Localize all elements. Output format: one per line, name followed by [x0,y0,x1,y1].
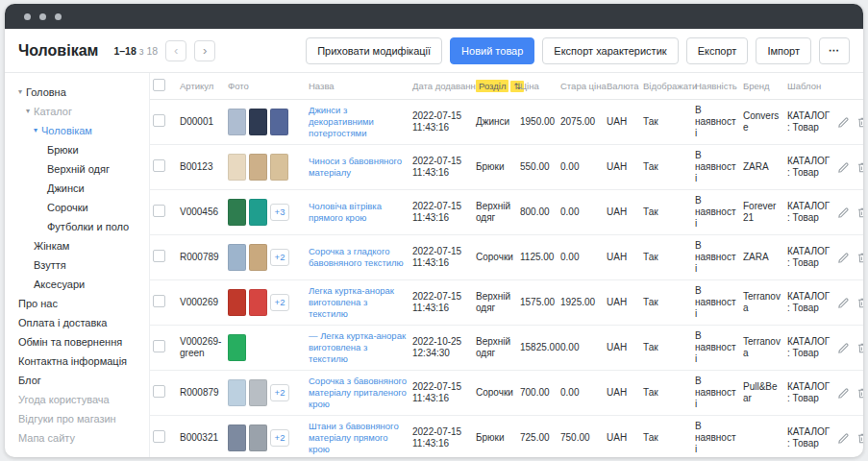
product-sku: V000269 [177,280,225,326]
product-section: Брюки [473,416,517,458]
sidebar-item[interactable]: ▾Головна [18,83,145,102]
col-header-display[interactable]: Відображати [640,73,692,100]
sidebar-item[interactable]: Взуття [18,255,145,275]
page-title: Чоловікам [18,42,98,60]
product-section: Верхній одяг [473,190,517,235]
row-checkbox[interactable] [153,250,165,262]
product-thumbnail [249,109,267,135]
edit-icon[interactable] [837,432,850,445]
section-header-label[interactable]: Розділ [476,80,508,92]
pagination-range: 1–18 [113,45,136,57]
sidebar-item[interactable]: Контактна інформація [18,352,145,371]
edit-icon[interactable] [837,116,850,129]
edit-icon[interactable] [837,342,850,354]
chevron-down-icon[interactable]: ▾ [26,102,30,121]
more-actions-button[interactable]: ⋯ [819,37,850,64]
product-photos-cell: +2 [225,235,306,280]
row-checkbox[interactable] [153,385,165,398]
delete-icon[interactable] [856,206,863,219]
product-section: Верхній одяг [473,326,517,371]
col-header-availability[interactable]: Наявність [692,73,740,100]
product-thumbnail [249,154,267,181]
delete-icon[interactable] [856,161,863,174]
sidebar-item[interactable]: Аксесуари [18,275,145,294]
pagination-prev-button[interactable]: ‹ [165,40,186,61]
sidebar-item[interactable]: Мапа сайту [18,428,145,448]
delete-icon[interactable] [856,387,863,400]
product-name-link[interactable]: Легка куртка-анорак виготовлена з тексти… [309,285,394,319]
col-header-old-price[interactable]: Стара ціна [558,73,604,100]
row-checkbox[interactable] [153,205,165,217]
photo-strip: +3 [228,199,303,226]
product-display-flag: Так [640,371,692,416]
date-value: 2022-07-15 [412,246,470,257]
sidebar-item[interactable]: Жінкам [18,236,145,255]
product-name-link[interactable]: Штани з бавовняного матеріалу прямого кр… [309,421,399,454]
row-checkbox-cell [150,280,177,326]
new-product-button[interactable]: Новий товар [450,37,534,64]
delete-icon[interactable] [856,342,863,354]
col-header-currency[interactable]: Валюта [604,73,640,100]
delete-icon[interactable] [856,252,863,264]
edit-icon[interactable] [837,387,850,400]
row-checkbox[interactable] [153,295,165,307]
sidebar-item[interactable]: Джинси [18,179,145,198]
time-value: 11:43:16 [412,303,470,314]
edit-icon[interactable] [837,206,850,219]
product-name-link[interactable]: Чиноси з бавовняного матеріалу [309,156,402,178]
sidebar-item[interactable]: Сорочки [18,198,145,217]
time-value: 11:43:16 [412,122,470,133]
product-name-link[interactable]: — Легка куртка-анорак виготовлена з текс… [309,330,406,364]
row-checkbox[interactable] [153,114,165,127]
row-checkbox[interactable] [153,159,165,172]
import-button[interactable]: Імпорт [756,37,811,64]
product-name-link[interactable]: Сорочка з гладкого бавовняного текстилю [309,246,404,268]
sidebar-item[interactable]: Верхній одяг [18,159,145,179]
photo-strip: +2 [228,289,303,316]
export-button[interactable]: Експорт [686,37,749,64]
row-checkbox[interactable] [153,340,165,352]
delete-icon[interactable] [856,297,863,309]
pagination-next-button[interactable]: › [194,40,215,61]
hide-modifications-button[interactable]: Приховати модифікації [306,37,442,64]
select-all-checkbox[interactable] [153,79,165,91]
sidebar-item[interactable]: Обмін та повернення [18,332,145,352]
col-header-brand[interactable]: Бренд [740,73,784,100]
row-checkbox[interactable] [153,430,165,443]
sidebar-item[interactable]: Оплата і доставка [18,313,145,332]
sidebar-item[interactable]: Про нас [18,294,145,313]
export-characteristics-button[interactable]: Експорт характеристик [542,37,678,64]
edit-icon[interactable] [837,297,850,309]
sidebar-item[interactable]: Блог [18,371,145,390]
product-display-flag: Так [640,100,692,145]
window-titlebar [5,4,863,29]
sidebar-item[interactable]: ▾Чоловікам [18,121,145,140]
col-header-photo: Фото [225,73,306,100]
col-header-price[interactable]: Ціна [517,73,558,100]
row-actions-cell [834,371,863,416]
pagination-total: з 18 [139,45,158,57]
product-name-link[interactable]: Сорочка з бавовняного матеріалу притален… [309,376,407,409]
edit-icon[interactable] [837,161,850,174]
edit-icon[interactable] [837,252,850,264]
product-name-link[interactable]: Джинси з декоративними потертостями [309,105,374,138]
chevron-down-icon[interactable]: ▾ [34,121,37,140]
table-row: V000269-green— Легка куртка-анорак вигот… [150,326,863,371]
photo-strip [228,154,303,181]
col-header-sku[interactable]: Артикул [177,73,225,100]
sidebar-item[interactable]: Відгуки про магазин [18,409,145,428]
product-name-link[interactable]: Чоловіча вітрівка прямого крою [309,201,382,223]
col-header-date[interactable]: Дата додавання [409,73,473,100]
sidebar-item[interactable]: ▾Каталог [18,102,145,121]
product-old-price: 1925.00 [558,280,604,326]
col-header-name[interactable]: Назва [306,73,409,100]
product-display-flag: Так [640,416,692,458]
sidebar-item[interactable]: Угода користувача [18,390,145,409]
col-header-section[interactable]: Розділ⇅ [473,73,517,100]
chevron-down-icon[interactable]: ▾ [18,83,22,102]
delete-icon[interactable] [856,116,863,129]
sidebar-item[interactable]: Брюки [18,140,145,159]
delete-icon[interactable] [856,432,863,445]
col-header-template[interactable]: Шаблон [784,73,834,100]
sidebar-item[interactable]: Футболки и поло [18,217,145,236]
